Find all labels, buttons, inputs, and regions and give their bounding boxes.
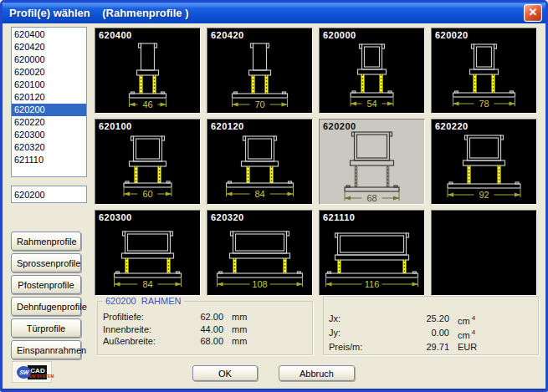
list-item-620400[interactable]: 620400 xyxy=(12,28,86,41)
detail-value: 29.71 xyxy=(401,341,458,354)
list-item-620300[interactable]: 620300 xyxy=(12,129,86,141)
detail-label: Jy: xyxy=(329,327,401,341)
svg-text:70: 70 xyxy=(254,99,264,109)
profile-drawing: 116 xyxy=(320,211,424,295)
svg-text:92: 92 xyxy=(479,190,489,200)
profile-drawing: 54 xyxy=(320,28,424,113)
list-item-620120[interactable]: 620120 xyxy=(12,91,86,104)
profile-drawing: 84 xyxy=(207,120,312,204)
detail-value: 62.00 xyxy=(185,311,232,323)
window-title: Profil(e) wählen (Rahmenprofile ) xyxy=(9,7,524,19)
logo-sw-circle: SW xyxy=(17,366,31,379)
list-item-620000[interactable]: 620000 xyxy=(12,53,86,66)
profile-tile-620320[interactable]: 108620320 xyxy=(207,210,313,296)
profile-drawing: 68 xyxy=(320,120,424,204)
list-item-620200[interactable]: 620200 xyxy=(12,104,86,116)
detail-unit: mm xyxy=(232,311,290,323)
detail-unit: cm4 xyxy=(458,313,521,327)
tile-label: 620420 xyxy=(211,30,244,40)
detail-value: 0.00 xyxy=(401,327,458,341)
detail-unit: EUR xyxy=(458,341,521,354)
svg-text:78: 78 xyxy=(479,99,489,109)
profile-drawing: 92 xyxy=(432,120,536,204)
close-button[interactable]: ✕ xyxy=(524,4,542,22)
category-button-sprossenprofile[interactable]: Sprossenprofile xyxy=(11,253,81,272)
svg-text:68: 68 xyxy=(366,193,376,203)
detail-right-row: Preis/m:29.71EUR xyxy=(329,341,533,354)
tile-label: 620400 xyxy=(99,30,132,40)
titlebar[interactable]: Profil(e) wählen (Rahmenprofile ) ✕ xyxy=(3,3,545,23)
category-button-pfostenprofile[interactable]: Pfostenprofile xyxy=(11,275,81,294)
tile-label: 620200 xyxy=(323,121,356,131)
detail-unit: mm xyxy=(232,323,290,336)
category-button-dehnfugenprofile[interactable]: Dehnfugenprofile xyxy=(11,297,81,316)
profile-drawing: 84 xyxy=(95,211,200,295)
detail-label: Profiltiefe: xyxy=(103,311,185,323)
list-item-620420[interactable]: 620420 xyxy=(12,41,86,53)
detail-value: 44.00 xyxy=(185,323,232,336)
profile-tile-620400[interactable]: 46620400 xyxy=(95,28,201,114)
profile-tile-620220[interactable]: 92620220 xyxy=(431,119,537,205)
detail-left-row: Außenbreite:68.00mm xyxy=(103,335,307,348)
svg-text:46: 46 xyxy=(142,99,152,109)
profile-drawing: 108 xyxy=(207,211,312,295)
profile-drawing: 70 xyxy=(207,28,312,113)
svg-text:116: 116 xyxy=(365,279,380,289)
tile-label: 620320 xyxy=(211,212,244,222)
profile-tile-620200[interactable]: 68620200 xyxy=(319,119,425,205)
detail-label: Außenbreite: xyxy=(103,335,185,348)
detail-label: Innenbreite: xyxy=(103,323,185,336)
tile-label: 621110 xyxy=(323,212,356,222)
tile-label: 620120 xyxy=(211,121,244,131)
detail-left-row: Profiltiefe:62.00mm xyxy=(103,311,307,323)
detail-left-row: Innenbreite:44.00mm xyxy=(103,323,307,336)
profile-select-dialog: Profil(e) wählen (Rahmenprofile ) ✕ 6204… xyxy=(0,0,548,392)
svg-text:54: 54 xyxy=(366,99,376,109)
category-button-türprofile[interactable]: Türprofile xyxy=(11,318,81,338)
profile-drawing: 60 xyxy=(95,120,200,204)
profile-tile-620000[interactable]: 54620000 xyxy=(319,28,425,114)
profile-code-input[interactable] xyxy=(11,186,87,203)
tile-label: 620000 xyxy=(323,30,356,40)
detail-value: 25.20 xyxy=(401,313,458,327)
detail-value: 68.00 xyxy=(185,335,232,348)
detail-label: Preis/m: xyxy=(329,341,401,354)
list-item-620220[interactable]: 620220 xyxy=(12,116,86,129)
detail-right-row: Jx:25.20cm4 xyxy=(329,313,533,327)
list-item-620320[interactable]: 620320 xyxy=(12,141,86,154)
profile-tile-empty xyxy=(431,210,537,296)
details-legend: 620200 RAHMEN xyxy=(103,296,184,306)
tile-label: 620300 xyxy=(99,212,132,222)
category-button-einspannrahmen[interactable]: Einspannrahmen xyxy=(11,340,81,359)
details-left-group: 620200 RAHMEN Profiltiefe:62.00mmInnenbr… xyxy=(97,296,313,355)
close-icon: ✕ xyxy=(529,6,538,18)
svg-text:108: 108 xyxy=(252,279,267,289)
swcad-logo: SW CAD SW SYSTEM xyxy=(12,361,52,383)
profile-tile-620420[interactable]: 70620420 xyxy=(207,28,313,114)
tile-label: 620220 xyxy=(435,121,469,131)
profile-drawing: 46 xyxy=(95,28,200,113)
list-item-620100[interactable]: 620100 xyxy=(12,79,86,91)
list-item-620020[interactable]: 620020 xyxy=(12,66,86,79)
profile-tile-620300[interactable]: 84620300 xyxy=(95,210,201,296)
profile-tile-620020[interactable]: 78620020 xyxy=(431,28,537,114)
logo-subtext: SW SYSTEM xyxy=(28,374,54,379)
cancel-button[interactable]: Abbruch xyxy=(279,365,355,381)
category-button-rahmenprofile[interactable]: Rahmenprofile xyxy=(11,232,81,251)
profile-tile-621110[interactable]: 116621110 xyxy=(319,210,425,296)
detail-unit: cm4 xyxy=(458,327,521,341)
profile-tile-620120[interactable]: 84620120 xyxy=(207,119,313,205)
profile-listbox[interactable]: 6204006204206200006200206201006201206202… xyxy=(11,27,87,177)
ok-button[interactable]: OK xyxy=(192,365,258,381)
details-left-rows: Profiltiefe:62.00mmInnenbreite:44.00mmAu… xyxy=(103,311,307,348)
svg-text:84: 84 xyxy=(142,279,152,289)
detail-right-row: Jy:0.00cm4 xyxy=(329,327,533,341)
details-right-group: Jx:25.20cm4Jy:0.00cm4Preis/m:29.71EUR xyxy=(323,296,539,355)
details-right-rows: Jx:25.20cm4Jy:0.00cm4Preis/m:29.71EUR xyxy=(329,313,533,354)
profile-tile-620100[interactable]: 60620100 xyxy=(95,119,201,205)
list-item-621110[interactable]: 621110 xyxy=(12,154,86,166)
detail-label: Jx: xyxy=(329,313,401,327)
tile-label: 620100 xyxy=(99,121,132,131)
detail-unit: mm xyxy=(232,335,290,348)
tile-grid: 4662040070620420546200007862002060620100… xyxy=(95,28,537,296)
